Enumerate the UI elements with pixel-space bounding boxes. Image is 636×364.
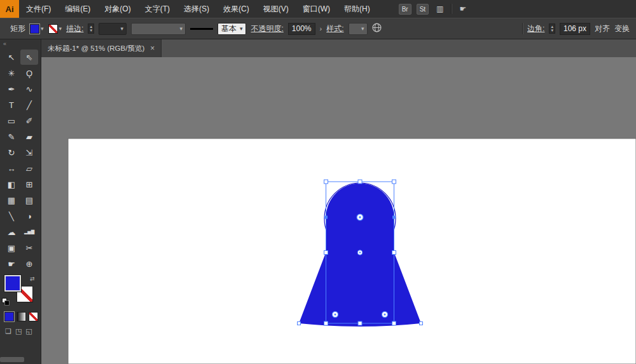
rotate-icon: ↻ <box>8 148 15 158</box>
graph-tool[interactable]: ▂▅▇ <box>20 224 38 239</box>
paintbrush-tool[interactable]: ✐ <box>20 113 38 128</box>
menu-select[interactable]: 选择(S) <box>177 0 216 18</box>
align-link[interactable]: 对齐 <box>595 24 610 34</box>
hand-icon: ☛ <box>8 259 15 269</box>
mesh-icon: ▦ <box>8 196 15 205</box>
artboard-tool[interactable]: ▣ <box>3 240 20 255</box>
hand-gesture-icon[interactable]: ☛ <box>459 4 466 13</box>
menu-type[interactable]: 文字(T) <box>138 0 177 18</box>
pencil-tool[interactable]: ✎ <box>3 129 20 144</box>
handle-bottom-center[interactable] <box>358 321 362 325</box>
curvature-tool[interactable]: ∿ <box>20 81 38 97</box>
default-fill-stroke-icon[interactable] <box>2 298 11 307</box>
canvas-area[interactable] <box>41 57 636 364</box>
chevron-down-icon: ▾ <box>179 25 183 32</box>
opacity-chevron-icon[interactable]: › <box>320 25 322 32</box>
magic-wand-tool[interactable]: ✳ <box>3 65 20 81</box>
blend-icon: ◑ <box>27 212 32 221</box>
line-tool[interactable]: ╱ <box>20 97 38 112</box>
menu-help[interactable]: 帮助(H) <box>337 0 377 18</box>
handle-top-left[interactable] <box>324 180 328 184</box>
pen-tool[interactable]: ✒ <box>3 81 20 97</box>
collapse-panel-icon[interactable]: « <box>0 39 41 48</box>
stroke-color-swatch[interactable] <box>48 24 58 34</box>
bridge-button[interactable]: Br <box>399 4 411 15</box>
color-mode-button[interactable] <box>4 312 14 321</box>
anchor-skirt-right[interactable] <box>420 322 423 325</box>
style-dropdown[interactable]: ▾ <box>349 23 368 35</box>
handle-bottom-right[interactable] <box>392 321 396 325</box>
menu-bar: Ai 文件(F) 编辑(E) 对象(O) 文字(T) 选择(S) 效果(C) 视… <box>0 0 636 18</box>
stroke-weight-stepper[interactable]: ▴▾ <box>88 24 94 34</box>
eyedropper-tool[interactable]: ╲ <box>3 208 20 224</box>
stroke-preview-line <box>190 28 213 30</box>
selection-tool[interactable]: ↖ <box>3 50 20 65</box>
gradient-mode-button[interactable] <box>17 312 26 321</box>
handle-top-right[interactable] <box>392 180 396 184</box>
rectangle-tool[interactable]: ▭ <box>3 113 20 128</box>
magic-wand-icon: ✳ <box>8 69 15 78</box>
menu-window[interactable]: 窗口(W) <box>296 0 337 18</box>
draw-behind-icon[interactable]: ◳ <box>15 327 22 335</box>
draw-inside-icon[interactable]: ◱ <box>25 327 32 335</box>
handle-mid-left[interactable] <box>324 251 328 255</box>
transform-link[interactable]: 变换 <box>614 24 630 34</box>
handle-mid-right[interactable] <box>392 251 396 255</box>
width-profile-dropdown[interactable]: 基本 ▾ <box>218 23 247 35</box>
corner-panel-link[interactable]: 边角: <box>527 24 544 34</box>
stock-button[interactable]: St <box>417 4 429 15</box>
menu-view[interactable]: 视图(V) <box>256 0 296 18</box>
eraser-tool[interactable]: ▰ <box>20 129 38 144</box>
zoom-tool[interactable]: ⊕ <box>20 256 38 271</box>
anchor-skirt-left[interactable] <box>298 322 301 325</box>
hand-tool[interactable]: ☛ <box>3 256 20 271</box>
gradient-tool[interactable]: ▤ <box>20 192 38 208</box>
scale-tool[interactable]: ⇲ <box>20 145 38 160</box>
perspective-grid-tool[interactable]: ⊞ <box>20 177 38 192</box>
draw-normal-icon[interactable]: ❏ <box>5 327 11 335</box>
close-icon[interactable]: × <box>150 44 155 53</box>
brush-definition-dropdown[interactable]: ▾ <box>131 23 186 35</box>
menu-file[interactable]: 文件(F) <box>19 0 58 18</box>
artboard-icon: ▣ <box>8 243 15 253</box>
opacity-panel-link[interactable]: 不透明度: <box>251 24 283 34</box>
handle-bottom-left[interactable] <box>324 321 328 325</box>
slice-tool[interactable]: ✂ <box>20 240 38 255</box>
workspace-switcher-icon[interactable]: ▥ <box>436 4 443 13</box>
menu-object[interactable]: 对象(O) <box>97 0 137 18</box>
none-mode-button[interactable] <box>29 312 38 321</box>
chevron-down-icon: ▾ <box>240 25 243 32</box>
menu-edit[interactable]: 编辑(E) <box>58 0 97 18</box>
free-transform-tool[interactable]: ▱ <box>20 161 38 176</box>
document-tab[interactable]: 未标题-1* @ 51% (RGB/预览) × <box>41 39 162 57</box>
symbol-sprayer-tool[interactable]: ☁ <box>3 224 20 239</box>
opacity-input[interactable]: 100% <box>288 23 315 35</box>
corner-radius-stepper[interactable]: ▴▾ <box>549 24 555 34</box>
handle-top-center[interactable] <box>358 180 362 184</box>
stroke-panel-link[interactable]: 描边: <box>66 24 83 34</box>
anchor-dome-right[interactable] <box>392 216 396 219</box>
width-tool[interactable]: ↔ <box>3 161 20 176</box>
fill-color-swatch[interactable] <box>30 24 39 34</box>
width-profile-label: 基本 <box>221 24 237 34</box>
shape-builder-tool[interactable]: ◧ <box>3 177 20 192</box>
direct-selection-tool[interactable]: ⇖ <box>20 50 38 65</box>
fill-color-dropdown[interactable]: ▾ <box>30 24 44 34</box>
corner-radius-input[interactable]: 106 px <box>560 23 590 35</box>
rotate-tool[interactable]: ↻ <box>3 145 20 160</box>
style-panel-link[interactable]: 样式: <box>326 24 343 34</box>
blend-tool[interactable]: ◑ <box>20 208 38 224</box>
stroke-color-dropdown[interactable]: ▾ <box>48 24 62 34</box>
width-icon: ↔ <box>8 164 16 173</box>
recolor-globe-icon[interactable] <box>372 23 382 34</box>
menu-effect[interactable]: 效果(C) <box>216 0 256 18</box>
type-tool[interactable]: T <box>3 97 20 112</box>
lasso-tool[interactable]: Ǫ <box>20 65 38 81</box>
selection-tool-icon: ↖ <box>8 53 15 62</box>
swap-fill-stroke-icon[interactable]: ⇄ <box>30 276 35 282</box>
anchor-dome-left[interactable] <box>324 216 328 219</box>
mesh-tool[interactable]: ▦ <box>3 192 20 208</box>
stroke-weight-dropdown[interactable]: ▾ <box>99 23 127 35</box>
screen-mode-button[interactable] <box>0 357 24 362</box>
fill-swatch[interactable] <box>4 275 21 292</box>
